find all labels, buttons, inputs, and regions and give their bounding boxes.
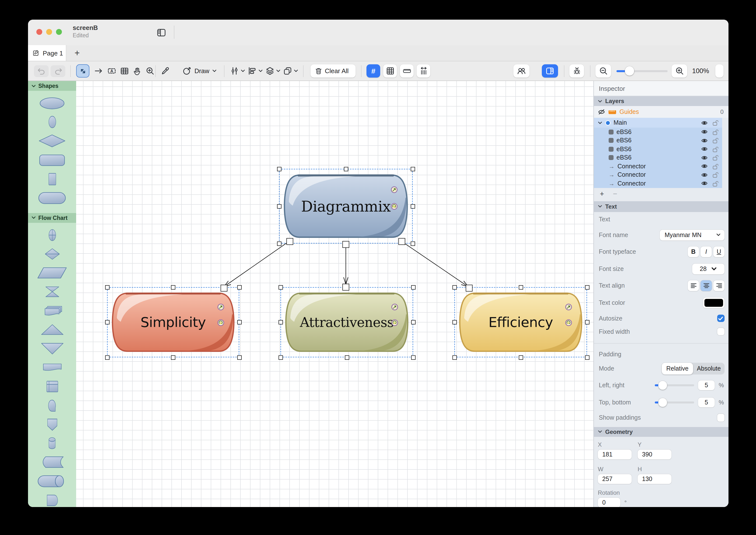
eye-icon[interactable] [701, 155, 708, 160]
close-window-button[interactable] [36, 29, 42, 35]
font-name-dropdown[interactable]: Myanmar MN [660, 230, 725, 240]
layer-row-main[interactable]: Main [594, 118, 722, 127]
shape-thumb-collate[interactable] [28, 282, 76, 301]
width-field[interactable]: 257 [598, 474, 632, 484]
unlock-icon[interactable] [712, 120, 719, 126]
canvas[interactable]: Diagrammix Simplicity Attractiveness [76, 81, 593, 507]
resize-handle[interactable] [585, 285, 589, 289]
guides-toggle[interactable] [416, 64, 430, 77]
zoom-slider-knob[interactable] [625, 66, 634, 75]
resize-handle[interactable] [519, 285, 523, 289]
align-center-button[interactable] [701, 280, 712, 291]
resize-handle[interactable] [278, 355, 283, 359]
shape-thumb-off-page[interactable] [28, 415, 76, 434]
minimize-window-button[interactable] [46, 29, 52, 35]
eyedropper-tool[interactable] [159, 64, 171, 77]
layer-row-connector[interactable]: → Connector [594, 162, 722, 171]
resize-handle[interactable] [410, 241, 415, 246]
chevron-down-icon[interactable] [598, 121, 602, 125]
mode-relative[interactable]: Relative [662, 362, 693, 374]
shape-thumb-triangle-down[interactable] [28, 339, 76, 358]
layer-row-shape[interactable]: eBS6 [594, 145, 722, 154]
shape-thumb-ellipse[interactable] [28, 94, 76, 113]
resize-handle[interactable] [452, 320, 457, 324]
unlock-icon[interactable] [712, 129, 719, 135]
mode-absolute[interactable]: Absolute [693, 362, 725, 374]
shape-thumb-stadium[interactable] [28, 188, 76, 207]
eye-icon[interactable] [701, 138, 708, 143]
fixed-width-checkbox[interactable] [717, 328, 725, 335]
text-color-swatch[interactable] [703, 297, 725, 308]
resize-handle[interactable] [411, 355, 415, 359]
unlock-icon[interactable] [712, 155, 719, 161]
resize-handle[interactable] [171, 285, 175, 289]
grid-toggle[interactable] [383, 64, 397, 77]
shape-thumb-document[interactable] [28, 358, 76, 377]
clear-all-button[interactable]: Clear All [311, 64, 356, 77]
hand-tool[interactable] [131, 64, 143, 77]
shape-thumb-circle[interactable] [28, 113, 76, 131]
eye-off-icon[interactable] [598, 109, 605, 115]
resize-handle[interactable] [237, 320, 241, 324]
resize-handle[interactable] [278, 285, 283, 289]
zoom-value-field[interactable] [715, 64, 724, 77]
eye-icon[interactable] [701, 147, 708, 152]
eye-icon[interactable] [701, 172, 708, 178]
resize-handle[interactable] [585, 355, 589, 359]
autosize-checkbox[interactable] [717, 315, 725, 322]
layer-row-shape[interactable]: eBS6 [594, 127, 722, 136]
unlock-icon[interactable] [712, 172, 719, 178]
draw-button[interactable]: Draw [180, 64, 219, 77]
text-section-header[interactable]: Text [594, 201, 729, 212]
redo-button[interactable] [50, 65, 65, 77]
shape-thumb-multi-document[interactable] [28, 301, 76, 320]
text-tool[interactable]: A [105, 64, 118, 77]
resize-handle[interactable] [411, 320, 415, 324]
tb-padding-field[interactable]: 5 [698, 398, 715, 408]
table-tool[interactable] [118, 64, 131, 77]
sidebar-section-shapes[interactable]: Shapes [28, 81, 76, 91]
align-menu[interactable] [247, 64, 263, 77]
unlock-icon[interactable] [712, 146, 719, 152]
resize-handle[interactable] [345, 355, 349, 359]
shape-thumb-diamond[interactable] [28, 131, 76, 151]
align-left-button[interactable] [688, 280, 699, 291]
shape-thumb-triangle-up[interactable] [28, 320, 76, 339]
shape-thumb-stored-data[interactable] [28, 453, 76, 472]
add-page-button[interactable]: + [71, 47, 83, 59]
unlock-icon[interactable] [712, 163, 719, 169]
unlock-icon[interactable] [712, 138, 719, 144]
underline-button[interactable]: U [713, 246, 725, 257]
connector-endpoint-handle[interactable] [398, 238, 405, 245]
resize-handle[interactable] [519, 355, 523, 359]
eye-icon[interactable] [701, 129, 708, 135]
connector-endpoint-handle[interactable] [466, 285, 472, 292]
arrange-menu[interactable] [265, 64, 281, 77]
zoom-slider[interactable] [617, 70, 668, 72]
height-field[interactable]: 130 [638, 474, 672, 484]
sidebar-section-flow-chart[interactable]: Flow Chart [28, 213, 76, 223]
shape-thumb-parallelogram[interactable] [28, 264, 76, 282]
resize-handle[interactable] [585, 320, 589, 324]
debug-button[interactable] [569, 64, 584, 77]
tb-padding-slider[interactable] [655, 402, 694, 404]
resize-handle[interactable] [105, 285, 109, 289]
resize-handle[interactable] [410, 167, 415, 171]
select-tool[interactable] [76, 64, 89, 77]
shape-thumb-delay[interactable] [28, 491, 76, 507]
resize-handle[interactable] [344, 167, 348, 171]
lr-padding-slider[interactable] [655, 384, 694, 386]
layer-row-connector[interactable]: → Connector [594, 179, 722, 188]
resize-handle[interactable] [277, 241, 281, 246]
resize-handle[interactable] [171, 355, 175, 359]
italic-button[interactable]: I [701, 246, 712, 257]
zoom-in-button[interactable] [672, 64, 687, 77]
shape-thumb-square[interactable] [28, 170, 76, 188]
x-field[interactable]: 181 [598, 449, 632, 459]
connector-endpoint-handle[interactable] [342, 241, 349, 248]
resize-handle[interactable] [411, 285, 415, 289]
resize-handle[interactable] [410, 204, 415, 208]
duplicate-menu[interactable] [283, 64, 298, 77]
shape-thumb-summing-diamond[interactable] [28, 244, 76, 263]
resize-handle[interactable] [237, 355, 241, 359]
